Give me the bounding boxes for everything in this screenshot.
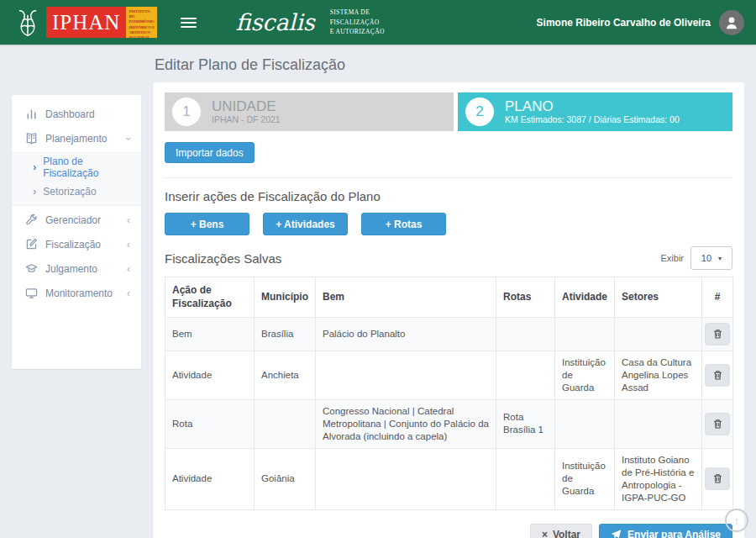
user-name: Simone Ribeiro Carvalho de Oliveira — [537, 17, 711, 29]
app-subtitle-line: FISCALIZAÇÃO — [330, 18, 385, 28]
step-number: 2 — [465, 98, 494, 126]
sidebar-subitem-label: Setorização — [43, 186, 96, 198]
sidebar-submenu: › Plano de Fiscalização › Setorização — [12, 152, 141, 206]
book-icon — [24, 132, 38, 145]
add-rotas-button[interactable]: + Rotas — [361, 213, 446, 235]
cell-atividade: Instituição de Guarda — [555, 351, 615, 400]
cell-bem: Congresso Nacional | Catedral Metropolit… — [316, 400, 496, 449]
graduation-cap-icon — [24, 262, 38, 275]
chevron-right-icon: › — [33, 161, 36, 172]
delete-row-button[interactable] — [705, 323, 730, 345]
main-content: Editar Plano de Fiscalização 1 UNIDADE I… — [153, 56, 744, 538]
column-header-setores: Setores — [615, 277, 702, 318]
form-footer-buttons: × Voltar Enviar para Análise — [165, 524, 732, 538]
sidebar-item-label: Fiscalização — [45, 239, 127, 251]
scroll-to-top-button[interactable]: ↑ — [725, 509, 748, 532]
chevron-down-icon: › — [123, 137, 134, 140]
table-top-row: Fiscalizações Salvas Exibir 10 ▾ — [165, 246, 732, 270]
sidebar-item-fiscalizacao[interactable]: Fiscalização ‹ — [12, 232, 141, 256]
button-label: + Rotas — [386, 219, 423, 230]
table-row: Bem Brasília Palácio do Planalto — [165, 318, 733, 351]
chevron-left-icon: ‹ — [127, 215, 130, 225]
delete-row-button[interactable] — [705, 364, 730, 387]
sidebar-item-label: Gerenciador — [45, 214, 127, 226]
add-atividades-button[interactable]: + Atividades — [263, 213, 348, 235]
chevron-right-icon: › — [33, 186, 36, 197]
sidebar-item-planejamento[interactable]: Planejamento › — [12, 126, 141, 150]
voltar-button[interactable]: × Voltar — [530, 524, 592, 538]
page-size-value: 10 — [701, 253, 711, 263]
add-bens-button[interactable]: + Bens — [165, 213, 249, 235]
step-plano[interactable]: 2 PLANO KM Estimados: 3087 / Diárias Est… — [458, 92, 732, 131]
chevron-left-icon: ‹ — [127, 288, 130, 298]
cell-acao: Atividade — [165, 351, 255, 400]
chevron-left-icon: ‹ — [127, 264, 130, 274]
app-subtitle: SISTEMA DE FISCALIZAÇÃO E AUTORIZAÇÃO — [330, 8, 385, 37]
wrench-icon — [24, 214, 38, 226]
stepper: 1 UNIDADE IPHAN - DF 2021 2 PLANO KM Est… — [165, 92, 732, 131]
page-title: Editar Plano de Fiscalização — [155, 56, 744, 74]
step-subtitle: KM Estimados: 3087 / Diárias Estimadas: … — [505, 114, 680, 125]
column-header-rotas: Rotas — [496, 277, 555, 318]
trash-icon — [712, 419, 723, 430]
bar-chart-icon — [24, 108, 38, 120]
sidebar-item-label: Planejamento — [45, 133, 127, 145]
user-avatar-icon[interactable] — [719, 10, 744, 35]
top-bar: IPHAN Instituto do Patrimônio Histórico … — [0, 0, 756, 45]
enviar-para-analise-button[interactable]: Enviar para Análise — [599, 524, 732, 538]
column-header-atividade: Atividade — [555, 277, 615, 318]
importar-dados-button[interactable]: Importar dados — [165, 142, 255, 163]
sidebar-item-dashboard[interactable]: Dashboard — [12, 102, 141, 126]
sidebar-item-gerenciador[interactable]: Gerenciador ‹ — [12, 208, 141, 232]
cell-municipio: Anchieta — [255, 351, 316, 400]
trash-icon — [712, 370, 723, 381]
sidebar-subitem-label: Plano de Fiscalização — [43, 156, 141, 179]
trash-icon — [712, 329, 723, 340]
cell-acao: Rota — [165, 400, 255, 449]
arrow-up-icon: ↑ — [734, 514, 740, 527]
step-unidade[interactable]: 1 UNIDADE IPHAN - DF 2021 — [165, 92, 454, 131]
sidebar-item-plano-de-fiscalizacao[interactable]: › Plano de Fiscalização — [12, 155, 141, 179]
user-menu[interactable]: Simone Ribeiro Carvalho de Oliveira — [537, 10, 744, 35]
step-number: 1 — [172, 98, 201, 126]
plan-card: 1 UNIDADE IPHAN - DF 2021 2 PLANO KM Est… — [153, 82, 744, 538]
cell-acao: Atividade — [165, 448, 255, 509]
hamburger-icon[interactable] — [177, 12, 200, 34]
saved-inspections-title: Fiscalizações Salvas — [165, 251, 281, 266]
column-header-acao: Ação de Fiscalização — [165, 277, 255, 318]
edit-icon — [24, 238, 38, 251]
cell-setores — [615, 318, 702, 351]
cell-municipio: Brasília — [255, 318, 316, 351]
sidebar-item-monitoramento[interactable]: Monitoramento ‹ — [12, 281, 141, 305]
page-size-select[interactable]: 10 ▾ — [690, 246, 732, 270]
iphan-ornament-icon — [12, 7, 44, 39]
page-body: Dashboard Planejamento › › Plano de Fisc… — [0, 45, 756, 538]
cell-rotas — [496, 351, 555, 400]
cell-bem: Palácio do Planalto — [316, 318, 496, 351]
sidebar-item-julgamento[interactable]: Julgamento ‹ — [12, 256, 141, 281]
trash-icon — [712, 473, 723, 484]
cell-setores — [615, 400, 702, 449]
cell-setores: Instituto Goiano de Pré-História e Antro… — [615, 448, 702, 509]
insert-actions-heading: Inserir ações de Fiscalização do Plano — [165, 189, 732, 203]
cell-rotas — [496, 318, 555, 351]
column-header-bem: Bem — [316, 277, 496, 318]
delete-row-button[interactable] — [705, 413, 730, 435]
sidebar-item-setorizacao[interactable]: › Setorização — [12, 179, 141, 203]
cell-rotas — [496, 448, 555, 509]
step-title: UNIDADE — [212, 98, 281, 115]
fiscalizacoes-table: Ação de Fiscalização Município Bem Rotas… — [165, 277, 733, 510]
exibir-label: Exibir — [660, 253, 684, 263]
delete-row-button[interactable] — [705, 467, 730, 490]
app-subtitle-line: E AUTORIZAÇÃO — [330, 27, 385, 37]
column-header-delete: # — [702, 277, 733, 318]
chevron-left-icon: ‹ — [127, 240, 130, 250]
step-title: PLANO — [505, 98, 680, 115]
close-icon: × — [542, 530, 548, 538]
table-row: Atividade Anchieta Instituição de Guarda… — [165, 351, 733, 400]
cell-municipio: Goiânia — [255, 448, 316, 509]
iphan-logo-text: IPHAN — [52, 11, 120, 34]
sidebar-item-label: Monitoramento — [45, 287, 127, 299]
add-action-buttons: + Bens + Atividades + Rotas — [165, 213, 732, 235]
sidebar-item-label: Julgamento — [45, 263, 127, 275]
